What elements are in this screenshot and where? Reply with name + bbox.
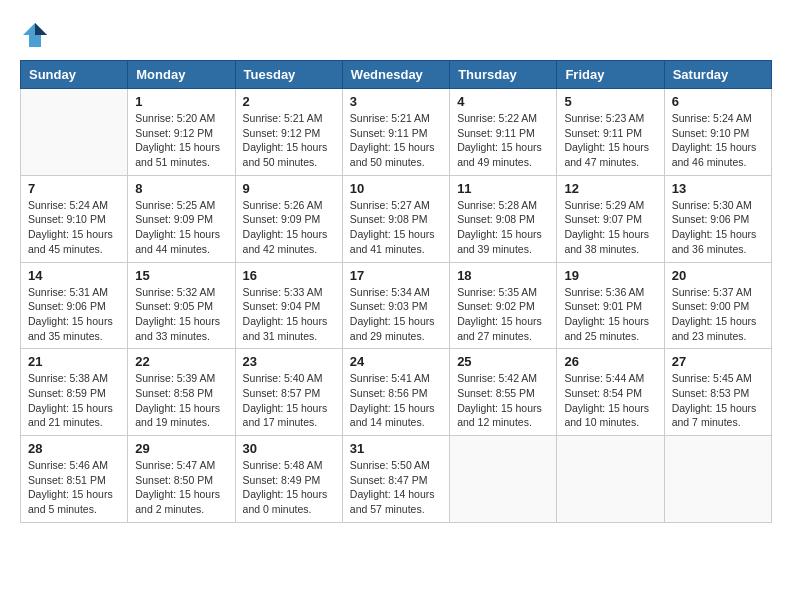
day-number: 31 bbox=[350, 441, 442, 456]
calendar-cell: 19Sunrise: 5:36 AM Sunset: 9:01 PM Dayli… bbox=[557, 262, 664, 349]
calendar-cell: 24Sunrise: 5:41 AM Sunset: 8:56 PM Dayli… bbox=[342, 349, 449, 436]
day-info: Sunrise: 5:35 AM Sunset: 9:02 PM Dayligh… bbox=[457, 285, 549, 344]
day-number: 23 bbox=[243, 354, 335, 369]
day-number: 17 bbox=[350, 268, 442, 283]
calendar-cell: 16Sunrise: 5:33 AM Sunset: 9:04 PM Dayli… bbox=[235, 262, 342, 349]
calendar-cell: 4Sunrise: 5:22 AM Sunset: 9:11 PM Daylig… bbox=[450, 89, 557, 176]
day-info: Sunrise: 5:28 AM Sunset: 9:08 PM Dayligh… bbox=[457, 198, 549, 257]
calendar-cell: 3Sunrise: 5:21 AM Sunset: 9:11 PM Daylig… bbox=[342, 89, 449, 176]
day-number: 18 bbox=[457, 268, 549, 283]
col-header-monday: Monday bbox=[128, 61, 235, 89]
day-info: Sunrise: 5:21 AM Sunset: 9:11 PM Dayligh… bbox=[350, 111, 442, 170]
day-info: Sunrise: 5:45 AM Sunset: 8:53 PM Dayligh… bbox=[672, 371, 764, 430]
day-number: 16 bbox=[243, 268, 335, 283]
calendar-cell: 21Sunrise: 5:38 AM Sunset: 8:59 PM Dayli… bbox=[21, 349, 128, 436]
day-info: Sunrise: 5:46 AM Sunset: 8:51 PM Dayligh… bbox=[28, 458, 120, 517]
calendar-cell: 11Sunrise: 5:28 AM Sunset: 9:08 PM Dayli… bbox=[450, 175, 557, 262]
day-info: Sunrise: 5:32 AM Sunset: 9:05 PM Dayligh… bbox=[135, 285, 227, 344]
calendar-cell: 15Sunrise: 5:32 AM Sunset: 9:05 PM Dayli… bbox=[128, 262, 235, 349]
day-number: 24 bbox=[350, 354, 442, 369]
calendar-week-1: 1Sunrise: 5:20 AM Sunset: 9:12 PM Daylig… bbox=[21, 89, 772, 176]
page-header bbox=[20, 20, 772, 50]
day-info: Sunrise: 5:21 AM Sunset: 9:12 PM Dayligh… bbox=[243, 111, 335, 170]
day-number: 20 bbox=[672, 268, 764, 283]
calendar-cell: 26Sunrise: 5:44 AM Sunset: 8:54 PM Dayli… bbox=[557, 349, 664, 436]
calendar-cell bbox=[557, 436, 664, 523]
calendar-cell bbox=[450, 436, 557, 523]
calendar-cell: 2Sunrise: 5:21 AM Sunset: 9:12 PM Daylig… bbox=[235, 89, 342, 176]
day-info: Sunrise: 5:25 AM Sunset: 9:09 PM Dayligh… bbox=[135, 198, 227, 257]
day-number: 2 bbox=[243, 94, 335, 109]
day-info: Sunrise: 5:22 AM Sunset: 9:11 PM Dayligh… bbox=[457, 111, 549, 170]
day-number: 21 bbox=[28, 354, 120, 369]
calendar-cell: 30Sunrise: 5:48 AM Sunset: 8:49 PM Dayli… bbox=[235, 436, 342, 523]
logo-icon bbox=[20, 20, 50, 50]
calendar-cell: 6Sunrise: 5:24 AM Sunset: 9:10 PM Daylig… bbox=[664, 89, 771, 176]
day-info: Sunrise: 5:26 AM Sunset: 9:09 PM Dayligh… bbox=[243, 198, 335, 257]
day-info: Sunrise: 5:38 AM Sunset: 8:59 PM Dayligh… bbox=[28, 371, 120, 430]
col-header-friday: Friday bbox=[557, 61, 664, 89]
calendar-table: SundayMondayTuesdayWednesdayThursdayFrid… bbox=[20, 60, 772, 523]
calendar-cell: 28Sunrise: 5:46 AM Sunset: 8:51 PM Dayli… bbox=[21, 436, 128, 523]
calendar-cell: 29Sunrise: 5:47 AM Sunset: 8:50 PM Dayli… bbox=[128, 436, 235, 523]
calendar-cell: 12Sunrise: 5:29 AM Sunset: 9:07 PM Dayli… bbox=[557, 175, 664, 262]
calendar-cell: 23Sunrise: 5:40 AM Sunset: 8:57 PM Dayli… bbox=[235, 349, 342, 436]
calendar-cell: 7Sunrise: 5:24 AM Sunset: 9:10 PM Daylig… bbox=[21, 175, 128, 262]
day-number: 30 bbox=[243, 441, 335, 456]
day-number: 15 bbox=[135, 268, 227, 283]
day-info: Sunrise: 5:47 AM Sunset: 8:50 PM Dayligh… bbox=[135, 458, 227, 517]
day-number: 13 bbox=[672, 181, 764, 196]
day-number: 9 bbox=[243, 181, 335, 196]
day-info: Sunrise: 5:48 AM Sunset: 8:49 PM Dayligh… bbox=[243, 458, 335, 517]
day-number: 7 bbox=[28, 181, 120, 196]
day-info: Sunrise: 5:27 AM Sunset: 9:08 PM Dayligh… bbox=[350, 198, 442, 257]
calendar-cell: 17Sunrise: 5:34 AM Sunset: 9:03 PM Dayli… bbox=[342, 262, 449, 349]
calendar-week-4: 21Sunrise: 5:38 AM Sunset: 8:59 PM Dayli… bbox=[21, 349, 772, 436]
day-number: 25 bbox=[457, 354, 549, 369]
day-info: Sunrise: 5:42 AM Sunset: 8:55 PM Dayligh… bbox=[457, 371, 549, 430]
day-number: 14 bbox=[28, 268, 120, 283]
day-number: 27 bbox=[672, 354, 764, 369]
day-number: 11 bbox=[457, 181, 549, 196]
calendar-week-5: 28Sunrise: 5:46 AM Sunset: 8:51 PM Dayli… bbox=[21, 436, 772, 523]
calendar-cell: 27Sunrise: 5:45 AM Sunset: 8:53 PM Dayli… bbox=[664, 349, 771, 436]
col-header-sunday: Sunday bbox=[21, 61, 128, 89]
svg-marker-1 bbox=[35, 23, 47, 35]
col-header-wednesday: Wednesday bbox=[342, 61, 449, 89]
calendar-cell: 20Sunrise: 5:37 AM Sunset: 9:00 PM Dayli… bbox=[664, 262, 771, 349]
calendar-cell: 8Sunrise: 5:25 AM Sunset: 9:09 PM Daylig… bbox=[128, 175, 235, 262]
calendar-week-2: 7Sunrise: 5:24 AM Sunset: 9:10 PM Daylig… bbox=[21, 175, 772, 262]
day-number: 3 bbox=[350, 94, 442, 109]
day-number: 6 bbox=[672, 94, 764, 109]
calendar-header-row: SundayMondayTuesdayWednesdayThursdayFrid… bbox=[21, 61, 772, 89]
calendar-cell: 10Sunrise: 5:27 AM Sunset: 9:08 PM Dayli… bbox=[342, 175, 449, 262]
day-info: Sunrise: 5:50 AM Sunset: 8:47 PM Dayligh… bbox=[350, 458, 442, 517]
day-info: Sunrise: 5:36 AM Sunset: 9:01 PM Dayligh… bbox=[564, 285, 656, 344]
calendar-cell: 22Sunrise: 5:39 AM Sunset: 8:58 PM Dayli… bbox=[128, 349, 235, 436]
day-info: Sunrise: 5:24 AM Sunset: 9:10 PM Dayligh… bbox=[672, 111, 764, 170]
day-number: 8 bbox=[135, 181, 227, 196]
day-number: 29 bbox=[135, 441, 227, 456]
col-header-saturday: Saturday bbox=[664, 61, 771, 89]
col-header-tuesday: Tuesday bbox=[235, 61, 342, 89]
calendar-cell: 9Sunrise: 5:26 AM Sunset: 9:09 PM Daylig… bbox=[235, 175, 342, 262]
day-info: Sunrise: 5:23 AM Sunset: 9:11 PM Dayligh… bbox=[564, 111, 656, 170]
day-info: Sunrise: 5:39 AM Sunset: 8:58 PM Dayligh… bbox=[135, 371, 227, 430]
day-info: Sunrise: 5:31 AM Sunset: 9:06 PM Dayligh… bbox=[28, 285, 120, 344]
day-number: 22 bbox=[135, 354, 227, 369]
day-number: 1 bbox=[135, 94, 227, 109]
calendar-week-3: 14Sunrise: 5:31 AM Sunset: 9:06 PM Dayli… bbox=[21, 262, 772, 349]
calendar-cell: 14Sunrise: 5:31 AM Sunset: 9:06 PM Dayli… bbox=[21, 262, 128, 349]
calendar-cell bbox=[21, 89, 128, 176]
day-info: Sunrise: 5:34 AM Sunset: 9:03 PM Dayligh… bbox=[350, 285, 442, 344]
day-info: Sunrise: 5:40 AM Sunset: 8:57 PM Dayligh… bbox=[243, 371, 335, 430]
calendar-cell: 5Sunrise: 5:23 AM Sunset: 9:11 PM Daylig… bbox=[557, 89, 664, 176]
day-info: Sunrise: 5:29 AM Sunset: 9:07 PM Dayligh… bbox=[564, 198, 656, 257]
day-number: 19 bbox=[564, 268, 656, 283]
calendar-cell: 25Sunrise: 5:42 AM Sunset: 8:55 PM Dayli… bbox=[450, 349, 557, 436]
day-info: Sunrise: 5:41 AM Sunset: 8:56 PM Dayligh… bbox=[350, 371, 442, 430]
day-info: Sunrise: 5:44 AM Sunset: 8:54 PM Dayligh… bbox=[564, 371, 656, 430]
day-number: 4 bbox=[457, 94, 549, 109]
calendar-cell: 1Sunrise: 5:20 AM Sunset: 9:12 PM Daylig… bbox=[128, 89, 235, 176]
day-number: 26 bbox=[564, 354, 656, 369]
